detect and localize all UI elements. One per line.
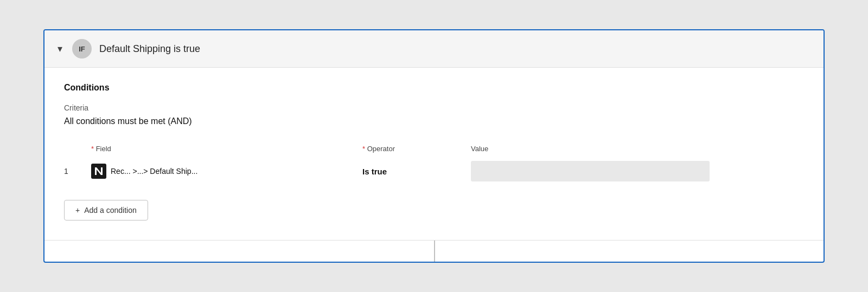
collapse-button[interactable]: ▾ bbox=[55, 41, 65, 57]
main-panel: ▾ IF Default Shipping is true Conditions… bbox=[43, 29, 825, 263]
notion-icon bbox=[91, 164, 106, 179]
field-column-header: Field bbox=[91, 145, 111, 153]
if-title: Default Shipping is true bbox=[99, 43, 200, 55]
field-text: Rec... >...> Default Ship... bbox=[111, 167, 197, 176]
value-column-header: Value bbox=[471, 145, 488, 153]
if-header: ▾ IF Default Shipping is true bbox=[44, 30, 824, 68]
value-input-disabled bbox=[471, 161, 710, 181]
condition-table: Field Operator Value 1 Rec. bbox=[64, 144, 804, 185]
operator-column-header: Operator bbox=[362, 145, 395, 153]
add-condition-button[interactable]: + Add a condition bbox=[64, 200, 148, 220]
plus-icon: + bbox=[75, 206, 80, 215]
table-row: 1 Rec... >...> Default Ship... Is true bbox=[64, 158, 804, 185]
col-field-header: Field bbox=[91, 144, 362, 153]
operator-cell[interactable]: Is true bbox=[362, 167, 471, 176]
add-condition-label: Add a condition bbox=[84, 206, 137, 215]
table-header: Field Operator Value bbox=[64, 144, 804, 158]
col-value-header: Value bbox=[471, 144, 804, 153]
bottom-divider bbox=[44, 240, 824, 262]
field-cell[interactable]: Rec... >...> Default Ship... bbox=[91, 164, 362, 179]
vertical-divider bbox=[434, 241, 435, 262]
if-badge: IF bbox=[72, 39, 92, 59]
col-operator-header: Operator bbox=[362, 144, 471, 153]
row-number: 1 bbox=[64, 167, 91, 176]
value-cell bbox=[471, 161, 804, 181]
conditions-panel: Conditions Criteria All conditions must … bbox=[44, 68, 824, 240]
conditions-heading: Conditions bbox=[64, 83, 804, 93]
criteria-value: All conditions must be met (AND) bbox=[64, 116, 804, 126]
criteria-label: Criteria bbox=[64, 103, 804, 112]
chevron-down-icon: ▾ bbox=[58, 43, 62, 55]
